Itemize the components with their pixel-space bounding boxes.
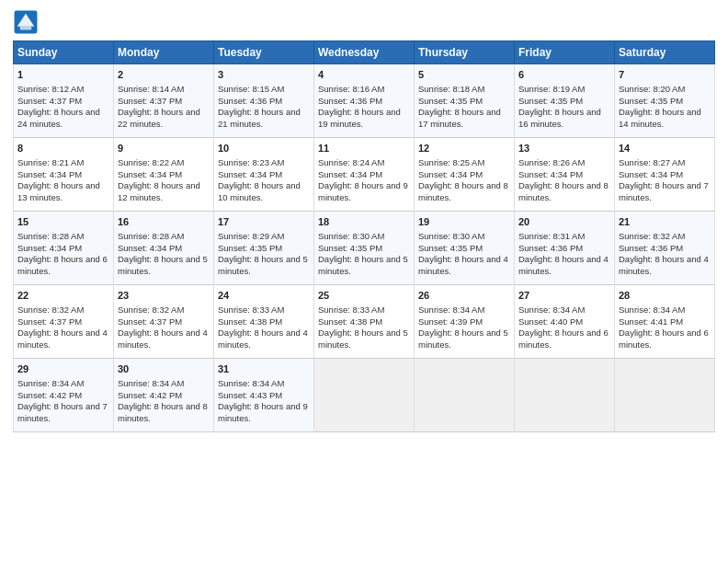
week-row-5: 29 Sunrise: 8:34 AM Sunset: 4:42 PM Dayl… bbox=[14, 359, 715, 432]
logo-icon bbox=[13, 9, 39, 35]
calendar-cell: 19 Sunrise: 8:30 AM Sunset: 4:35 PM Dayl… bbox=[415, 212, 515, 285]
sunrise: Sunrise: 8:28 AM bbox=[17, 231, 84, 241]
daylight: Daylight: 8 hours and 12 minutes. bbox=[118, 180, 200, 202]
calendar-cell: 4 Sunrise: 8:16 AM Sunset: 4:36 PM Dayli… bbox=[314, 64, 415, 138]
col-header-saturday: Saturday bbox=[615, 41, 715, 64]
week-row-1: 1 Sunrise: 8:12 AM Sunset: 4:37 PM Dayli… bbox=[14, 64, 715, 138]
daylight: Daylight: 8 hours and 8 minutes. bbox=[518, 180, 609, 202]
calendar-cell: 6 Sunrise: 8:19 AM Sunset: 4:35 PM Dayli… bbox=[515, 64, 615, 138]
calendar-cell: 26 Sunrise: 8:34 AM Sunset: 4:39 PM Dayl… bbox=[415, 285, 515, 359]
logo bbox=[13, 9, 42, 35]
sunset: Sunset: 4:39 PM bbox=[418, 316, 483, 327]
sunset: Sunset: 4:40 PM bbox=[518, 316, 583, 327]
calendar-cell: 28 Sunrise: 8:34 AM Sunset: 4:41 PM Dayl… bbox=[615, 285, 715, 359]
daylight: Daylight: 8 hours and 8 minutes. bbox=[418, 180, 508, 202]
calendar-cell bbox=[615, 359, 715, 432]
week-row-3: 15 Sunrise: 8:28 AM Sunset: 4:34 PM Dayl… bbox=[14, 212, 715, 285]
day-number: 17 bbox=[218, 215, 310, 229]
page-container: SundayMondayTuesdayWednesdayThursdayFrid… bbox=[0, 0, 728, 442]
daylight: Daylight: 8 hours and 5 minutes. bbox=[318, 254, 408, 276]
daylight: Daylight: 8 hours and 8 minutes. bbox=[118, 401, 208, 423]
sunset: Sunset: 4:36 PM bbox=[318, 96, 382, 106]
sunset: Sunset: 4:34 PM bbox=[619, 169, 683, 179]
sunset: Sunset: 4:41 PM bbox=[619, 316, 683, 327]
day-number: 4 bbox=[318, 68, 410, 82]
daylight: Daylight: 8 hours and 5 minutes. bbox=[418, 327, 508, 350]
sunset: Sunset: 4:42 PM bbox=[118, 390, 182, 400]
sunrise: Sunrise: 8:33 AM bbox=[318, 304, 384, 315]
sunset: Sunset: 4:35 PM bbox=[619, 96, 683, 106]
sunrise: Sunrise: 8:28 AM bbox=[118, 231, 184, 241]
col-header-sunday: Sunday bbox=[14, 41, 114, 64]
calendar-cell: 29 Sunrise: 8:34 AM Sunset: 4:42 PM Dayl… bbox=[14, 359, 114, 432]
calendar-cell: 10 Sunrise: 8:23 AM Sunset: 4:34 PM Dayl… bbox=[214, 138, 314, 212]
sunset: Sunset: 4:35 PM bbox=[418, 96, 483, 106]
header bbox=[13, 9, 715, 35]
calendar-cell: 11 Sunrise: 8:24 AM Sunset: 4:34 PM Dayl… bbox=[314, 138, 415, 212]
sunset: Sunset: 4:35 PM bbox=[218, 243, 282, 253]
calendar-cell: 25 Sunrise: 8:33 AM Sunset: 4:38 PM Dayl… bbox=[314, 285, 415, 359]
sunrise: Sunrise: 8:30 AM bbox=[318, 231, 384, 241]
daylight: Daylight: 8 hours and 17 minutes. bbox=[418, 107, 501, 129]
calendar-cell: 12 Sunrise: 8:25 AM Sunset: 4:34 PM Dayl… bbox=[415, 138, 515, 212]
day-number: 27 bbox=[518, 289, 610, 303]
daylight: Daylight: 8 hours and 5 minutes. bbox=[218, 254, 308, 276]
sunset: Sunset: 4:34 PM bbox=[17, 243, 82, 253]
col-header-monday: Monday bbox=[114, 41, 214, 64]
day-number: 30 bbox=[118, 362, 210, 376]
daylight: Daylight: 8 hours and 14 minutes. bbox=[619, 107, 701, 129]
calendar-cell bbox=[515, 359, 615, 432]
calendar-cell: 18 Sunrise: 8:30 AM Sunset: 4:35 PM Dayl… bbox=[314, 212, 415, 285]
sunrise: Sunrise: 8:15 AM bbox=[218, 84, 284, 94]
calendar-cell: 31 Sunrise: 8:34 AM Sunset: 4:43 PM Dayl… bbox=[214, 359, 314, 432]
daylight: Daylight: 8 hours and 24 minutes. bbox=[17, 107, 100, 129]
sunset: Sunset: 4:43 PM bbox=[218, 390, 282, 400]
daylight: Daylight: 8 hours and 5 minutes. bbox=[118, 254, 208, 276]
sunset: Sunset: 4:34 PM bbox=[118, 169, 182, 179]
sunrise: Sunrise: 8:14 AM bbox=[118, 84, 184, 94]
day-number: 13 bbox=[518, 142, 610, 155]
calendar-cell: 15 Sunrise: 8:28 AM Sunset: 4:34 PM Dayl… bbox=[14, 212, 114, 285]
day-number: 5 bbox=[418, 68, 510, 82]
calendar-cell: 14 Sunrise: 8:27 AM Sunset: 4:34 PM Dayl… bbox=[615, 138, 715, 212]
sunrise: Sunrise: 8:24 AM bbox=[318, 157, 384, 167]
sunrise: Sunrise: 8:34 AM bbox=[17, 378, 84, 388]
daylight: Daylight: 8 hours and 4 minutes. bbox=[17, 327, 108, 350]
daylight: Daylight: 8 hours and 16 minutes. bbox=[518, 107, 601, 129]
calendar-cell: 30 Sunrise: 8:34 AM Sunset: 4:42 PM Dayl… bbox=[114, 359, 214, 432]
daylight: Daylight: 8 hours and 9 minutes. bbox=[318, 180, 408, 202]
calendar-cell: 1 Sunrise: 8:12 AM Sunset: 4:37 PM Dayli… bbox=[14, 64, 114, 138]
calendar-cell: 13 Sunrise: 8:26 AM Sunset: 4:34 PM Dayl… bbox=[515, 138, 615, 212]
sunset: Sunset: 4:35 PM bbox=[518, 96, 583, 106]
sunset: Sunset: 4:35 PM bbox=[418, 243, 483, 253]
daylight: Daylight: 8 hours and 7 minutes. bbox=[17, 401, 108, 423]
day-number: 28 bbox=[619, 289, 711, 303]
daylight: Daylight: 8 hours and 4 minutes. bbox=[118, 327, 208, 350]
day-number: 29 bbox=[17, 362, 109, 376]
calendar-cell: 20 Sunrise: 8:31 AM Sunset: 4:36 PM Dayl… bbox=[515, 212, 615, 285]
day-number: 14 bbox=[619, 142, 711, 155]
day-number: 21 bbox=[619, 215, 711, 229]
daylight: Daylight: 8 hours and 7 minutes. bbox=[619, 180, 709, 202]
daylight: Daylight: 8 hours and 22 minutes. bbox=[118, 107, 200, 129]
calendar-cell: 7 Sunrise: 8:20 AM Sunset: 4:35 PM Dayli… bbox=[615, 64, 715, 138]
calendar-table: SundayMondayTuesdayWednesdayThursdayFrid… bbox=[13, 40, 715, 432]
sunset: Sunset: 4:37 PM bbox=[118, 316, 182, 327]
sunrise: Sunrise: 8:29 AM bbox=[218, 231, 284, 241]
daylight: Daylight: 8 hours and 10 minutes. bbox=[218, 180, 301, 202]
day-number: 7 bbox=[619, 68, 711, 82]
sunset: Sunset: 4:37 PM bbox=[17, 316, 82, 327]
sunset: Sunset: 4:34 PM bbox=[218, 169, 282, 179]
sunset: Sunset: 4:42 PM bbox=[17, 390, 82, 400]
day-number: 8 bbox=[17, 142, 109, 155]
day-number: 22 bbox=[17, 289, 109, 303]
daylight: Daylight: 8 hours and 6 minutes. bbox=[518, 327, 609, 350]
sunrise: Sunrise: 8:33 AM bbox=[218, 304, 284, 315]
sunrise: Sunrise: 8:23 AM bbox=[218, 157, 284, 167]
sunset: Sunset: 4:34 PM bbox=[17, 169, 82, 179]
day-number: 25 bbox=[318, 289, 410, 303]
sunrise: Sunrise: 8:30 AM bbox=[418, 231, 484, 241]
calendar-cell: 5 Sunrise: 8:18 AM Sunset: 4:35 PM Dayli… bbox=[415, 64, 515, 138]
day-number: 9 bbox=[118, 142, 210, 155]
sunset: Sunset: 4:38 PM bbox=[218, 316, 282, 327]
